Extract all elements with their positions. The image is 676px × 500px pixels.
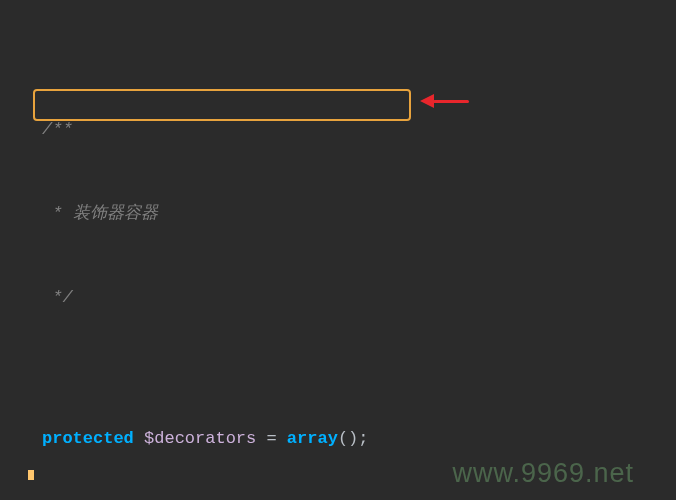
func-array: array [287,429,338,448]
keyword-protected: protected [42,429,134,448]
code-line: /** [0,116,676,144]
comment: /** [42,120,73,139]
code-line-highlighted: protected $decorators = array(); [0,425,676,453]
code-editor[interactable]: /** * 装饰器容器 */ protected $decorators = a… [0,0,676,500]
gutter-brace-indicator [28,470,34,480]
paren: (); [338,429,369,448]
code-line: * 装饰器容器 [0,200,676,228]
code-line: */ [0,284,676,312]
comment: */ [42,288,73,307]
comment: * 装饰器容器 [42,204,158,223]
op-assign: = [256,429,287,448]
var-decorators: $decorators [144,429,256,448]
